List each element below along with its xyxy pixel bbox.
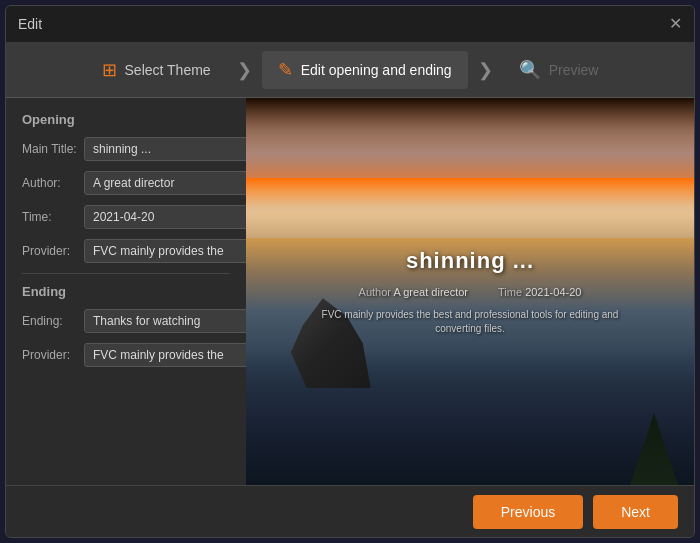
preview-panel: shinning ... Author A great director Tim… (246, 98, 694, 485)
previous-button[interactable]: Previous (473, 495, 583, 529)
time-input[interactable] (84, 205, 246, 229)
edit-icon: ✎ (278, 59, 293, 81)
provider-input[interactable] (84, 239, 246, 263)
content-area: Opening Main Title: Author: Time: Provid… (6, 98, 694, 485)
left-panel: Opening Main Title: Author: Time: Provid… (6, 98, 246, 485)
preview-time-value: 2021-04-20 (525, 286, 581, 298)
select-theme-label: Select Theme (125, 62, 211, 78)
preview-author: Author A great director (359, 286, 468, 298)
edit-opening-label: Edit opening and ending (301, 62, 452, 78)
main-title-input[interactable] (84, 137, 246, 161)
preview-provider-text: FVC mainly provides the best and profess… (310, 308, 630, 336)
preview-overlay: shinning ... Author A great director Tim… (246, 98, 694, 485)
titlebar: Edit ✕ (6, 6, 694, 42)
ending-input[interactable] (84, 309, 246, 333)
preview-main-title: shinning ... (406, 248, 534, 274)
toolbar-sep-1: ❯ (237, 59, 252, 81)
ending-section-label: Ending (22, 284, 230, 299)
toolbar-sep-2: ❯ (478, 59, 493, 81)
section-divider (22, 273, 230, 274)
preview-label: Preview (549, 62, 599, 78)
author-row: Author: (22, 171, 230, 195)
provider-label: Provider: (22, 244, 84, 258)
footer: Previous Next (6, 485, 694, 537)
ending-provider-label: Provider: (22, 348, 84, 362)
ending-provider-input[interactable] (84, 343, 246, 367)
ending-row: Ending: (22, 309, 230, 333)
preview-author-label: Author (359, 286, 394, 298)
preview-time: Time 2021-04-20 (498, 286, 581, 298)
author-label: Author: (22, 176, 84, 190)
main-title-label: Main Title: (22, 142, 84, 156)
preview-button[interactable]: 🔍 Preview (503, 51, 615, 89)
select-theme-button[interactable]: ⊞ Select Theme (86, 51, 227, 89)
main-title-row: Main Title: (22, 137, 230, 161)
provider-row: Provider: (22, 239, 230, 263)
time-label: Time: (22, 210, 84, 224)
next-button[interactable]: Next (593, 495, 678, 529)
ending-label: Ending: (22, 314, 84, 328)
close-button[interactable]: ✕ (669, 16, 682, 32)
preview-time-label: Time (498, 286, 525, 298)
preview-icon: 🔍 (519, 59, 541, 81)
preview-meta: Author A great director Time 2021-04-20 (359, 286, 582, 298)
edit-dialog: Edit ✕ ⊞ Select Theme ❯ ✎ Edit opening a… (5, 5, 695, 538)
toolbar: ⊞ Select Theme ❯ ✎ Edit opening and endi… (6, 42, 694, 98)
opening-section-label: Opening (22, 112, 230, 127)
preview-author-value: A great director (393, 286, 468, 298)
author-input[interactable] (84, 171, 246, 195)
theme-icon: ⊞ (102, 59, 117, 81)
ending-provider-row: Provider: (22, 343, 230, 367)
edit-opening-button[interactable]: ✎ Edit opening and ending (262, 51, 468, 89)
time-row: Time: (22, 205, 230, 229)
dialog-title: Edit (18, 16, 42, 32)
